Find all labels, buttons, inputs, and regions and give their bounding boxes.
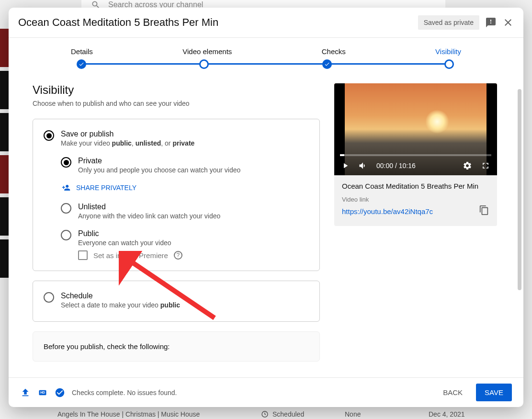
step-dot-3[interactable]	[322, 59, 332, 69]
video-preview-card: 00:00 / 10:16 Ocean Coast Meditation 5 B…	[334, 83, 497, 226]
back-button[interactable]: BACK	[436, 384, 469, 401]
help-icon[interactable]: ?	[174, 251, 182, 260]
schedule-title: Schedule	[61, 292, 309, 300]
step-dot-1[interactable]	[77, 59, 86, 69]
copy-icon[interactable]	[479, 205, 489, 217]
saved-badge: Saved as private	[418, 15, 479, 30]
premiere-label: Set as instant Premiere	[93, 251, 168, 260]
step-visibility[interactable]: Visibility	[435, 47, 461, 56]
private-title: Private	[78, 157, 309, 165]
save-publish-card: Save or publish Make your video public, …	[33, 119, 320, 271]
schedule-desc: Select a date to make your video public	[61, 301, 309, 309]
step-dot-2[interactable]	[199, 59, 209, 69]
check-circle-icon	[55, 387, 65, 398]
public-title: Public	[78, 229, 309, 238]
footer-status: Checks complete. No issues found.	[72, 389, 177, 396]
play-icon[interactable]	[341, 161, 350, 170]
unlisted-title: Unlisted	[78, 203, 309, 211]
radio-public[interactable]	[61, 230, 71, 240]
dialog-title: Ocean Coast Meditation 5 Breaths Per Min	[18, 16, 412, 29]
video-time: 00:00 / 10:16	[376, 162, 416, 170]
upload-dialog: Ocean Coast Meditation 5 Breaths Per Min…	[9, 8, 523, 407]
before-publish-title: Before you publish, check the following:	[44, 342, 309, 351]
background-row: Angels In The House | Christmas | Music …	[0, 409, 532, 419]
volume-icon[interactable]	[358, 161, 368, 170]
close-icon[interactable]	[502, 17, 514, 28]
public-desc: Everyone can watch your video	[78, 239, 309, 247]
step-details[interactable]: Details	[71, 47, 93, 56]
step-video-elements[interactable]: Video elements	[182, 47, 232, 56]
radio-private[interactable]	[61, 157, 71, 168]
person-add-icon	[61, 183, 71, 192]
radio-schedule[interactable]	[44, 292, 54, 303]
save-publish-desc: Make your video public, unlisted, or pri…	[61, 139, 309, 147]
before-publish-card: Before you publish, check the following:	[33, 331, 320, 362]
dialog-header: Ocean Coast Meditation 5 Breaths Per Min…	[9, 8, 523, 37]
background-sidebar	[0, 29, 10, 364]
private-desc: Only you and people you choose can watch…	[78, 166, 309, 174]
video-link-label: Video link	[342, 196, 489, 203]
upload-icon	[20, 387, 31, 398]
visibility-heading: Visibility	[33, 83, 320, 97]
fullscreen-icon[interactable]	[481, 161, 490, 170]
premiere-checkbox[interactable]	[78, 250, 88, 260]
save-button[interactable]: SAVE	[476, 384, 512, 401]
unlisted-desc: Anyone with the video link can watch you…	[78, 212, 309, 220]
hd-icon: HD	[37, 388, 48, 397]
video-link[interactable]: https://youtu.be/av42iNtqa7c	[342, 207, 433, 215]
gear-icon[interactable]	[463, 161, 472, 170]
stepper: Details Video elements Checks Visibility	[9, 37, 523, 83]
radio-unlisted[interactable]	[61, 203, 71, 214]
svg-text:HD: HD	[40, 391, 45, 394]
share-privately-button[interactable]: SHARE PRIVATELY	[61, 183, 309, 192]
video-thumbnail[interactable]: 00:00 / 10:16	[334, 83, 497, 175]
step-dot-4[interactable]	[444, 59, 454, 69]
save-publish-title: Save or publish	[61, 130, 309, 138]
radio-save-publish[interactable]	[44, 130, 54, 141]
scrollbar[interactable]	[518, 89, 521, 290]
visibility-subheading: Choose when to publish and who can see y…	[33, 100, 320, 107]
feedback-icon[interactable]	[485, 17, 497, 28]
video-preview-title: Ocean Coast Meditation 5 Breaths Per Min	[342, 182, 489, 190]
dialog-footer: HD Checks complete. No issues found. BAC…	[9, 377, 523, 407]
step-checks[interactable]: Checks	[322, 47, 346, 56]
schedule-card: Schedule Select a date to make your vide…	[33, 281, 320, 322]
